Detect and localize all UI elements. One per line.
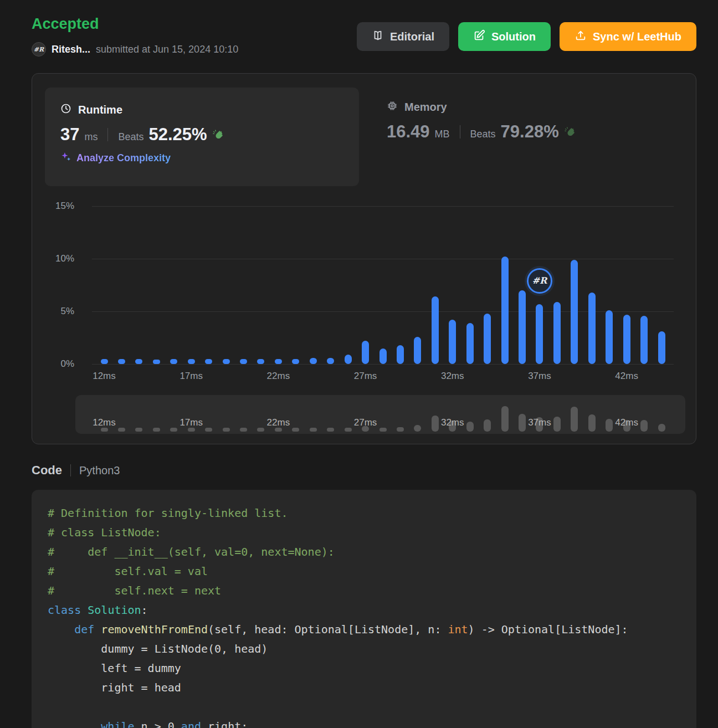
analyze-complexity-button[interactable]: Analyze Complexity	[60, 151, 171, 165]
runtime-unit: ms	[84, 131, 98, 143]
chart-bar[interactable]	[466, 323, 474, 364]
minimap-tick-label: 32ms	[430, 417, 475, 428]
chart-bar[interactable]	[536, 304, 543, 364]
clock-icon	[60, 103, 71, 117]
chart-bar[interactable]	[484, 314, 491, 364]
code-block[interactable]: # Definition for singly-linked list.# cl…	[32, 490, 696, 728]
chart-bar[interactable]	[310, 358, 317, 364]
chart-bar[interactable]	[432, 296, 439, 364]
chart-bar[interactable]	[362, 341, 369, 364]
chart-bar[interactable]	[275, 359, 282, 365]
chart-bar[interactable]	[640, 316, 648, 364]
minimap-bar	[397, 427, 404, 432]
solution-button[interactable]: Solution	[458, 22, 551, 51]
divider	[70, 464, 71, 476]
clap-icon	[212, 129, 224, 141]
chart-bar[interactable]	[205, 359, 212, 365]
chart-bar[interactable]	[553, 302, 561, 364]
gridline	[92, 311, 674, 312]
runtime-distribution-plot: #R	[92, 206, 674, 364]
sync-leethub-button[interactable]: Sync w/ LeetHub	[560, 22, 696, 51]
x-axis-labels: 12ms17ms22ms27ms32ms37ms42ms	[92, 367, 674, 382]
chart-bar[interactable]	[118, 359, 125, 365]
submission-result-page: Accepted #R Ritesh... submitted at Jun 1…	[0, 0, 718, 728]
minimap-bar	[205, 428, 212, 432]
memory-value: 16.49	[387, 122, 430, 142]
chart-bar[interactable]	[519, 290, 526, 364]
chart-bar[interactable]	[223, 359, 230, 365]
result-detail-card: Runtime 37 ms Beats 52.25% Analyze Compl…	[32, 73, 696, 444]
analyze-complexity-label: Analyze Complexity	[76, 152, 171, 164]
minimap-bar	[327, 428, 334, 432]
y-axis-labels: 0%5%10%15%	[41, 206, 74, 364]
chart-bar[interactable]	[188, 359, 195, 365]
y-tick-label: 10%	[55, 253, 74, 265]
code-line	[48, 698, 680, 717]
chart-bar[interactable]	[571, 260, 578, 364]
chart-bar[interactable]	[449, 320, 456, 364]
code-line: dummy = ListNode(0, head)	[48, 639, 680, 659]
minimap-bar	[310, 428, 317, 432]
edit-icon	[473, 29, 485, 44]
chart-bar[interactable]	[397, 345, 404, 364]
chart-bar[interactable]	[292, 359, 299, 365]
code-line: # def __init__(self, val=0, next=None):	[48, 542, 680, 562]
chart-bar[interactable]	[135, 359, 142, 365]
runtime-values: 37 ms Beats 52.25%	[60, 125, 343, 145]
minimap-tick-label: 37ms	[517, 417, 562, 428]
editorial-button[interactable]: Editorial	[357, 22, 449, 51]
chart-bar[interactable]	[379, 348, 387, 365]
chart-bar[interactable]	[257, 359, 264, 365]
code-language: Python3	[79, 464, 120, 477]
chart-bar[interactable]	[623, 315, 630, 364]
minimap-bar	[484, 419, 491, 432]
memory-values: 16.49 MB Beats 79.28%	[387, 122, 576, 142]
x-tick-label: 17ms	[169, 371, 213, 382]
chart-bar[interactable]	[101, 359, 108, 365]
code-section-header: Code Python3	[32, 463, 120, 478]
code-line: while n > 0 and right:	[48, 717, 680, 728]
minimap-bar	[223, 428, 230, 432]
chart-bar[interactable]	[588, 293, 596, 364]
username[interactable]: Ritesh...	[52, 44, 90, 55]
minimap-bar	[101, 428, 108, 432]
chart-bar[interactable]	[414, 337, 421, 364]
chart-bar[interactable]	[658, 331, 665, 364]
minimap-bar	[292, 428, 299, 432]
chart-bar[interactable]	[606, 310, 613, 364]
editorial-button-label: Editorial	[390, 30, 434, 43]
memory-stat-block[interactable]: Memory 16.49 MB Beats 79.28%	[387, 100, 576, 142]
chart-bar[interactable]	[240, 359, 247, 365]
distribution-minimap[interactable]: 12ms17ms22ms27ms32ms37ms42ms	[75, 395, 685, 434]
chart-bar[interactable]	[501, 257, 509, 364]
code-line: # self.val = val	[48, 562, 680, 581]
submission-meta: #R Ritesh... submitted at Jun 15, 2024 1…	[32, 42, 238, 57]
minimap-bar	[379, 428, 387, 432]
code-line: # class ListNode:	[48, 523, 680, 542]
clap-icon	[564, 126, 576, 138]
minimap-bar	[588, 414, 596, 432]
memory-unit: MB	[435, 129, 450, 140]
chart-bar[interactable]	[153, 360, 160, 364]
divider	[460, 125, 460, 139]
sync-leethub-button-label: Sync w/ LeetHub	[593, 30, 681, 43]
minimap-tick-label: 27ms	[343, 417, 388, 428]
runtime-value: 37	[60, 125, 79, 145]
memory-beats-label: Beats	[470, 129, 496, 140]
sparkles-icon	[60, 151, 71, 165]
runtime-stat-card[interactable]: Runtime 37 ms Beats 52.25% Analyze Compl…	[45, 88, 359, 186]
minimap-tick-label: 17ms	[169, 417, 213, 428]
chart-user-marker: #R	[527, 268, 552, 294]
chart-bar[interactable]	[170, 359, 177, 365]
header-actions: Editorial Solution Sync w/ LeetHub	[357, 22, 696, 51]
runtime-beats-label: Beats	[118, 131, 143, 143]
minimap-bar	[345, 428, 352, 432]
chart-bar[interactable]	[327, 358, 334, 364]
minimap-bar	[658, 424, 665, 432]
code-line: # Definition for singly-linked list.	[48, 504, 680, 523]
x-tick-label: 37ms	[517, 371, 562, 382]
y-tick-label: 0%	[60, 358, 74, 370]
minimap-bar	[188, 428, 195, 432]
runtime-stat-header: Runtime	[60, 103, 343, 117]
chart-bar[interactable]	[345, 355, 352, 364]
